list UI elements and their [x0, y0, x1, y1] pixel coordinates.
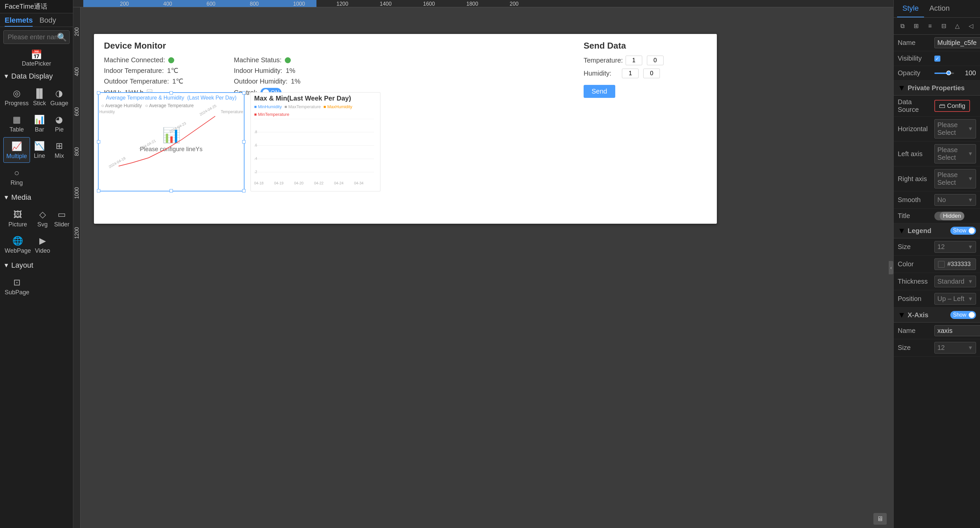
position-select[interactable]: Up – Left ▼ — [934, 293, 976, 304]
right-chart-title: Max & Min(Last Week Per Day) — [251, 92, 380, 104]
table-item[interactable]: ▦ Table — [3, 111, 30, 136]
opacity-slider[interactable] — [934, 73, 954, 74]
position-row: Position Up – Left ▼ — [894, 290, 980, 308]
xaxis-name-input[interactable] — [934, 325, 980, 336]
left-axis-select[interactable]: Please Select ▼ — [934, 144, 976, 163]
opacity-value: 100 — [957, 69, 976, 77]
thickness-label: Thickness — [898, 277, 934, 285]
ruler-selection-bar — [83, 0, 317, 7]
subpage-item[interactable]: ⊡ SubPage — [3, 274, 31, 299]
svg-text:0.8: 0.8 — [254, 130, 257, 134]
progress-icon: ◎ — [10, 87, 23, 99]
indoor-humidity-value: 1% — [286, 67, 296, 75]
mix-icon: ⊞ — [52, 140, 66, 152]
resize-handle-tm[interactable] — [170, 91, 173, 95]
monitor-icon-button[interactable]: 🖥 — [873, 513, 887, 525]
bar-item[interactable]: 📊 Bar — [31, 111, 48, 136]
chevron-xaxis-icon: ▼ — [898, 310, 906, 320]
temp-input2[interactable] — [647, 55, 663, 65]
smooth-select[interactable]: No ▼ — [934, 194, 976, 206]
ring-item[interactable]: ○ Ring — [3, 164, 30, 189]
resize-handle-bm[interactable] — [170, 189, 173, 192]
chevron-down-icon-layout: ▼ — [3, 262, 10, 269]
legend-section-header: ▼ Legend Show — [894, 224, 980, 238]
tab-elemets[interactable]: Elemets — [5, 16, 33, 27]
ruler-mark-1600: 1600 — [423, 1, 435, 7]
ruler-mark-400: 400 — [163, 1, 172, 7]
right-chart-container[interactable]: Max & Min(Last Week Per Day) ■ MinHumidi… — [250, 92, 380, 192]
size-value: 12 — [937, 243, 945, 251]
temp-input1[interactable] — [625, 55, 642, 65]
webpage-item[interactable]: 🌐 WebPage — [3, 232, 32, 257]
horizontal-select[interactable]: Please Select ▼ — [934, 119, 976, 138]
mix-item[interactable]: ⊞ Mix — [49, 137, 70, 163]
stick-item[interactable]: ▐▌ Stick — [31, 84, 48, 109]
send-button[interactable]: Send — [584, 85, 615, 98]
canvas-content[interactable]: Device Monitor Machine Connected: Machin… — [81, 7, 893, 528]
chevron-private-icon: ▼ — [898, 83, 906, 92]
name-prop-row: Name — [894, 35, 980, 51]
humidity-input1[interactable] — [622, 68, 639, 78]
ruler-v-200: 200 — [74, 27, 80, 36]
section-layout[interactable]: ▼ Layout — [0, 258, 73, 272]
facetime-bar: FaceTime通话 — [0, 0, 73, 13]
send-data-section: Send Data Temperature: Humidity: Send — [584, 41, 690, 98]
layers-icon[interactable]: ⧉ — [897, 21, 908, 31]
horizontal-value: Please Select — [937, 121, 968, 136]
datepicker-label: DatePicker — [22, 60, 51, 67]
line-item[interactable]: 📉 Line — [31, 137, 48, 163]
thickness-select[interactable]: Standard ▼ — [934, 276, 976, 287]
config-button[interactable]: 🗃 Config — [934, 100, 970, 112]
grid-icon[interactable]: ⊞ — [911, 21, 922, 31]
triangle-icon[interactable]: △ — [952, 21, 963, 31]
search-icon[interactable]: 🔍 — [57, 33, 67, 42]
title-toggle[interactable]: Hidden — [934, 212, 964, 220]
tab-body[interactable]: Body — [39, 16, 56, 27]
resize-handle-tl[interactable] — [97, 91, 100, 95]
layers2-icon[interactable]: ⊟ — [939, 21, 949, 31]
right-axis-select[interactable]: Please Select ▼ — [934, 169, 976, 189]
picture-item[interactable]: 🖼 Picture — [3, 206, 32, 231]
guage-item[interactable]: ◑ Guage — [49, 84, 70, 109]
arrow-icon[interactable]: ◁ — [966, 21, 977, 31]
humidity-label: Humidity: — [584, 70, 611, 77]
humidity-input2[interactable] — [643, 68, 660, 78]
multiple-item[interactable]: 📈 Multiple — [3, 137, 30, 163]
color-swatch[interactable]: #333333 — [934, 258, 976, 270]
pie-item[interactable]: ◕ Pie — [49, 111, 70, 136]
visibility-checkbox[interactable]: ✓ — [934, 55, 940, 62]
table-icon: ▦ — [10, 114, 23, 125]
opacity-thumb — [947, 71, 951, 75]
section-data-display[interactable]: ▼ Data Display — [0, 69, 73, 83]
legend-min-humidity: ■ MinHumidity — [254, 104, 282, 109]
position-value: Up – Left — [937, 295, 964, 303]
section-media[interactable]: ▼ Media — [0, 190, 73, 205]
panel-collapse-button[interactable]: ‹ — [889, 261, 893, 274]
slider-item[interactable]: ▭ Slider — [52, 206, 71, 231]
stack-icon[interactable]: ≡ — [924, 21, 935, 31]
ruler-mark-2000: 200 — [510, 1, 519, 7]
tab-style[interactable]: Style — [897, 0, 924, 17]
resize-handle-bl[interactable] — [97, 189, 100, 192]
layout-grid: ⊡ SubPage — [0, 272, 73, 300]
visibility-prop-row: Visibility ✓ — [894, 51, 980, 66]
left-chart-container[interactable]: Average Temperature & Humidity (Last Wee… — [98, 92, 245, 192]
svg-item[interactable]: ◇ Svg — [33, 206, 52, 231]
video-item[interactable]: ▶ Video — [33, 232, 52, 257]
tab-action[interactable]: Action — [924, 0, 955, 17]
right-axis-row: Right axis Please Select ▼ — [894, 166, 980, 192]
datepicker-item[interactable]: 📅 DatePicker — [0, 47, 73, 69]
resize-handle-tr[interactable] — [242, 91, 245, 95]
progress-item[interactable]: ◎ Progress — [3, 84, 30, 109]
xaxis-size-arrow-icon: ▼ — [968, 345, 973, 351]
legend-toggle[interactable]: Show — [950, 227, 976, 235]
thickness-value: Standard — [937, 277, 964, 285]
xaxis-size-select[interactable]: 12 ▼ — [934, 342, 976, 354]
size-select[interactable]: 12 ▼ — [934, 241, 976, 253]
guage-icon: ◑ — [52, 87, 66, 99]
name-prop-input[interactable] — [934, 37, 980, 48]
dm-row-outdoor-humidity: Outdoor Humidity: 1% — [234, 77, 337, 85]
bar-label: Bar — [35, 126, 44, 133]
xaxis-toggle[interactable]: Show — [950, 311, 976, 319]
resize-handle-br[interactable] — [242, 189, 245, 192]
